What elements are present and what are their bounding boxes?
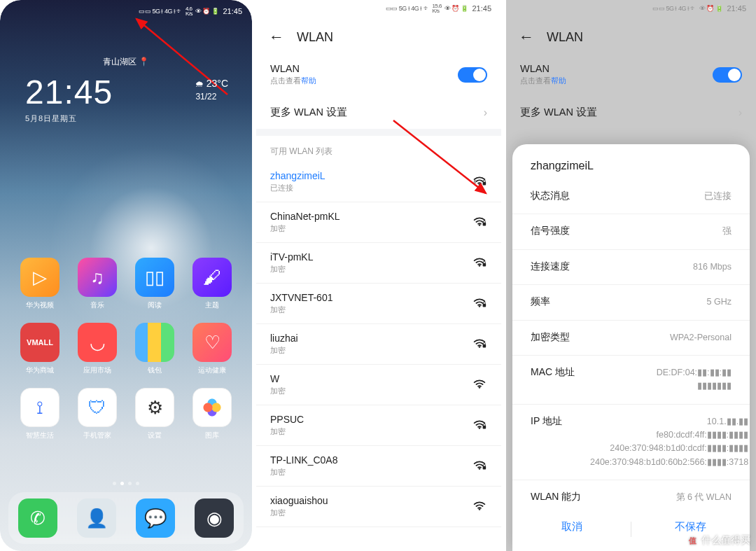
- app-icon: [192, 388, 232, 427]
- detail-key: IP 地址: [531, 415, 590, 428]
- app-运动健康[interactable]: ♡运动健康: [186, 323, 238, 375]
- detail-key: 连接速度: [531, 260, 590, 273]
- app-icon: 🖌: [192, 258, 232, 297]
- watermark: 值 什么值得买: [686, 534, 750, 547]
- network-row[interactable]: JXTVNET-601加密: [256, 284, 501, 324]
- wifi-icon: [469, 377, 487, 393]
- network-row[interactable]: iTV-pmKL加密: [256, 243, 501, 284]
- signal-icons: ▭▭ 5G ⫲ 4G ⫲ ᯤ: [139, 8, 183, 15]
- app-icon: [135, 323, 174, 362]
- app-手机管家[interactable]: 🛡手机管家: [71, 388, 123, 440]
- app-label: 音乐: [90, 300, 104, 310]
- weather-widget[interactable]: 🌧 23°C 31/22: [195, 77, 228, 102]
- networks-list-title: 可用 WLAN 列表: [256, 136, 501, 162]
- wifi-icon: [469, 337, 487, 352]
- app-icon: 🛡: [78, 388, 117, 427]
- network-row[interactable]: zhangzimeiL已连接6: [256, 162, 501, 202]
- app-icon: ▯▯: [135, 258, 174, 297]
- network-row[interactable]: ChinaNet-pmKL加密: [256, 202, 501, 243]
- cancel-button[interactable]: 取消: [512, 520, 631, 537]
- status-bar: ▭▭ 5G ⫲ 4G ⫲ ᯤ 👁 ⏰ 🔋 21:45: [506, 0, 756, 17]
- svg-point-1: [479, 183, 481, 186]
- detail-value: 816 Mbps: [590, 260, 732, 274]
- net-speed: 4.6 K/s: [186, 6, 192, 16]
- app-grid: ▷华为视频♫音乐▯▯阅读🖌主题VMALL华为商城◡应用市场钱包♡运动健康⟟智慧生…: [14, 258, 238, 440]
- app-设置[interactable]: ⚙设置: [129, 388, 181, 440]
- wlan-toggle-row: WLAN 点击查看帮助: [506, 53, 756, 96]
- app-图库[interactable]: 图库: [186, 388, 238, 440]
- app-智慧生活[interactable]: ⟟智慧生活: [14, 388, 66, 440]
- app-icon: ⟟: [20, 388, 59, 427]
- app-华为商城[interactable]: VMALL华为商城: [14, 323, 66, 375]
- svg-rect-9: [483, 303, 486, 307]
- svg-rect-16: [483, 466, 486, 469]
- wifi-icon: [469, 215, 487, 230]
- watermark-icon: 值: [686, 534, 699, 547]
- location-pin-icon: 📍: [139, 57, 149, 67]
- app-label: 运动健康: [198, 365, 226, 375]
- app-label: 华为视频: [26, 300, 54, 310]
- page-indicator[interactable]: [0, 482, 252, 485]
- svg-point-6: [479, 265, 481, 267]
- networks-list: zhangzimeiL已连接6ChinaNet-pmKL加密iTV-pmKL加密…: [256, 162, 501, 527]
- back-button[interactable]: ←: [519, 28, 534, 46]
- more-wlan-settings-row[interactable]: 更多 WLAN 设置 ›: [256, 96, 501, 129]
- clock-time: 21:45: [25, 76, 113, 109]
- app-钱包[interactable]: 钱包: [129, 323, 181, 375]
- network-sub: 加密: [270, 426, 469, 437]
- detail-value: 已连接: [590, 190, 732, 203]
- modal-title: zhangzimeiL: [512, 144, 750, 179]
- network-row[interactable]: xiaoguaishou加密: [256, 487, 501, 527]
- network-row[interactable]: liuzhai加密: [256, 324, 501, 365]
- app-label: 阅读: [148, 300, 162, 310]
- detail-key: 信号强度: [531, 225, 590, 237]
- back-button[interactable]: ←: [269, 28, 284, 46]
- wifi-icon: [469, 296, 487, 312]
- network-ssid: zhangzimeiL: [270, 170, 469, 181]
- help-link[interactable]: 帮助: [301, 76, 316, 85]
- app-华为视频[interactable]: ▷华为视频: [14, 258, 66, 310]
- page-header: ← WLAN: [506, 17, 756, 53]
- status-bar: ▭▭ 5G ⫲ 4G ⫲ ᯤ 4.6 K/s 👁 ⏰ 🔋 21:45: [129, 3, 252, 20]
- chevron-right-icon: ›: [484, 106, 487, 119]
- svg-point-15: [479, 468, 481, 470]
- wlan-toggle-row[interactable]: WLAN 点击查看帮助: [256, 53, 501, 96]
- app-label: 设置: [148, 431, 162, 440]
- svg-point-4: [479, 224, 481, 226]
- network-row[interactable]: PPSUC加密: [256, 405, 501, 446]
- app-阅读[interactable]: ▯▯阅读: [129, 258, 181, 310]
- network-sub: 加密: [270, 223, 469, 234]
- dock-messages[interactable]: 💬: [136, 498, 175, 538]
- network-sub: 已连接: [270, 183, 469, 193]
- home-screen: ▭▭ 5G ⫲ 4G ⫲ ᯤ 4.6 K/s 👁 ⏰ 🔋 21:45 青山湖区 …: [0, 0, 252, 551]
- network-ssid: xiaoguaishou: [270, 495, 469, 506]
- clock-widget[interactable]: 21:45 5月8日星期五: [25, 76, 113, 124]
- app-音乐[interactable]: ♫音乐: [71, 258, 123, 310]
- chevron-right-icon: ›: [738, 106, 742, 119]
- detail-key: MAC 地址: [531, 366, 590, 379]
- app-icon: VMALL: [20, 323, 59, 362]
- svg-rect-11: [483, 344, 486, 347]
- app-label: 钱包: [148, 365, 162, 375]
- network-row[interactable]: TP-LINK_C0A8加密: [256, 446, 501, 487]
- detail-row: 信号强度强: [512, 214, 750, 249]
- detail-row: IP 地址10.1.▮▮.▮▮ fe80:dcdf:4ff:▮▮▮▮:▮▮▮▮ …: [512, 405, 750, 481]
- status-icons: 👁 ⏰ 🔋: [195, 8, 219, 15]
- wlan-settings-screen: ▭▭ 5G ⫲ 4G ⫲ ᯤ 15.6 K/s 👁 ⏰ 🔋 21:45 ← WL…: [256, 0, 501, 551]
- app-label: 应用市场: [83, 365, 111, 375]
- detail-key: 加密类型: [531, 331, 590, 344]
- dock-contacts[interactable]: 👤: [77, 498, 116, 538]
- dock-camera[interactable]: ◉: [195, 498, 234, 538]
- detail-row: MAC 地址DE:DF:04:▮▮:▮▮:▮▮ ▮▮▮▮▮▮▮: [512, 356, 750, 405]
- network-ssid: W: [270, 373, 469, 384]
- network-sub: 加密: [270, 467, 469, 477]
- dock-phone[interactable]: ✆: [18, 498, 57, 538]
- wlan-toggle[interactable]: [458, 67, 487, 83]
- network-row[interactable]: W加密: [256, 365, 501, 405]
- app-应用市场[interactable]: ◡应用市场: [71, 323, 123, 375]
- detail-key: 状态消息: [531, 190, 590, 202]
- app-主题[interactable]: 🖌主题: [186, 258, 238, 310]
- location-widget[interactable]: 青山湖区 📍: [0, 56, 252, 68]
- wifi-icon: [469, 499, 487, 515]
- page-title: WLAN: [297, 30, 333, 45]
